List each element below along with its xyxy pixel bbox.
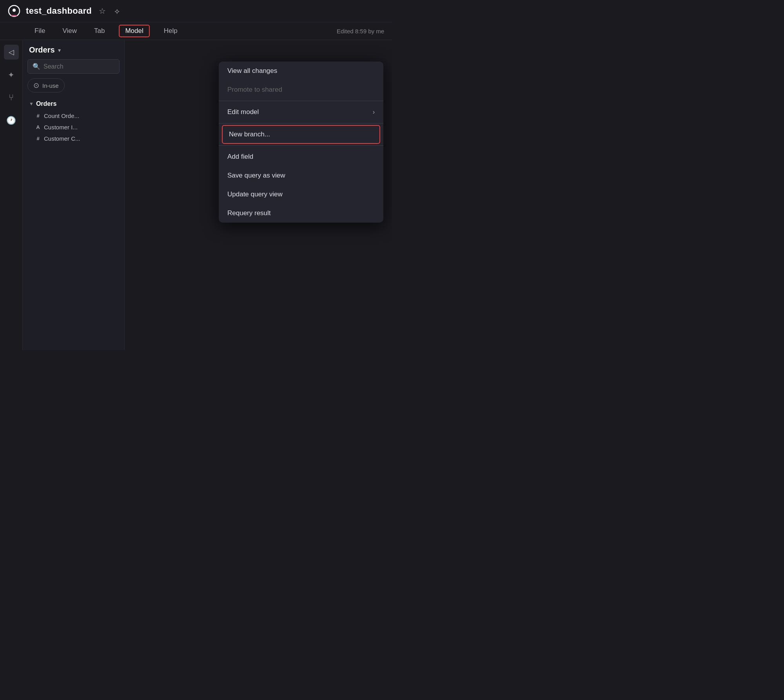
dropdown-item-promote-to-shared: Promote to shared — [219, 80, 383, 99]
dropdown-item-new-branch[interactable]: New branch... — [222, 125, 380, 144]
search-input[interactable] — [44, 63, 114, 70]
panel-title-chevron-icon[interactable]: ▾ — [58, 47, 61, 53]
toggle-icon: ⊙ — [33, 81, 39, 90]
dropdown-item-label: Update query view — [227, 190, 283, 198]
tree-item-label: Customer I... — [44, 124, 78, 131]
menu-model[interactable]: Model — [119, 25, 149, 37]
hash-icon: # — [35, 113, 41, 119]
svg-point-2 — [13, 9, 16, 12]
inuse-filter-button[interactable]: ⊙ In-use — [27, 78, 65, 92]
sparkle-icon: ✦ — [8, 70, 15, 80]
search-icon: 🔍 — [33, 63, 40, 70]
dropdown-item-label: Add field — [227, 153, 253, 161]
panel-header: Orders ▾ — [27, 45, 120, 54]
menu-help[interactable]: Help — [161, 25, 181, 36]
menu-bar: File View Tab Model Help Edited 8:59 by … — [0, 22, 392, 40]
dropdown-item-label: Edit model — [227, 108, 259, 116]
main-layout: ◁ ✦ ⑂ 🕐 Orders ▾ 🔍 ⊙ In-use ▼ Orders — [0, 40, 392, 350]
dropdown-item-label: View all changes — [227, 67, 277, 75]
star-button[interactable]: ☆ — [97, 5, 107, 17]
tree-items: # Count Orde... A Customer I... # Custom… — [27, 111, 120, 143]
menu-tab[interactable]: Tab — [91, 25, 108, 36]
git-button[interactable]: ⑂ — [4, 90, 19, 105]
inuse-label: In-use — [42, 82, 59, 89]
dropdown-item-label: Requery result — [227, 209, 271, 217]
icon-sidebar: ◁ ✦ ⑂ 🕐 — [0, 40, 23, 350]
menu-file[interactable]: File — [31, 25, 48, 36]
dropdown-item-view-all-changes[interactable]: View all changes — [219, 62, 383, 80]
dropdown-divider-1 — [219, 101, 383, 101]
model-dropdown-menu: View all changes Promote to shared Edit … — [219, 62, 383, 223]
tree-item[interactable]: # Customer C... — [34, 134, 120, 143]
dropdown-item-update-query-view[interactable]: Update query view — [219, 185, 383, 204]
top-bar: test_dashboard ☆ ⟡ — [0, 0, 392, 22]
sparkle-button[interactable]: ✦ — [4, 67, 19, 82]
panel-title: Orders — [29, 45, 55, 54]
dropdown-item-add-field[interactable]: Add field — [219, 147, 383, 166]
tag-button[interactable]: ⟡ — [113, 5, 121, 17]
edited-label: Edited 8:59 by me — [337, 28, 384, 34]
tree-section: ▼ Orders # Count Orde... A Customer I...… — [27, 97, 120, 145]
menu-view[interactable]: View — [59, 25, 80, 36]
dropdown-overlay: View all changes Promote to shared Edit … — [125, 40, 392, 350]
dropdown-item-label: Promote to shared — [227, 86, 282, 94]
tree-item-label: Count Orde... — [44, 112, 79, 119]
tree-item[interactable]: # Count Orde... — [34, 111, 120, 120]
search-box: 🔍 — [27, 59, 120, 74]
hash-icon-2: # — [35, 136, 41, 141]
dropdown-item-edit-model[interactable]: Edit model › — [219, 103, 383, 122]
dropdown-item-label: New branch... — [229, 131, 270, 138]
git-icon: ⑂ — [9, 92, 14, 103]
tree-item-label: Customer C... — [44, 135, 80, 142]
tree-chevron-icon: ▼ — [29, 101, 34, 107]
content-area: View all changes Promote to shared Edit … — [125, 40, 392, 350]
dropdown-divider-2 — [219, 123, 383, 123]
looker-logo-icon — [8, 5, 20, 17]
sidebar-toggle-icon: ◁ — [9, 48, 14, 56]
chevron-right-icon: › — [373, 109, 375, 116]
history-button[interactable]: 🕐 — [4, 113, 19, 128]
dropdown-item-requery-result[interactable]: Requery result — [219, 204, 383, 223]
alpha-icon: A — [35, 124, 41, 130]
clock-icon: 🕐 — [6, 116, 16, 125]
sidebar-toggle-button[interactable]: ◁ — [4, 45, 19, 60]
tag-icon: ⟡ — [114, 7, 120, 16]
star-icon: ☆ — [99, 6, 106, 16]
dropdown-item-save-query-as-view[interactable]: Save query as view — [219, 166, 383, 185]
tree-section-title: Orders — [36, 100, 56, 107]
tree-section-header[interactable]: ▼ Orders — [27, 99, 120, 109]
left-panel: Orders ▾ 🔍 ⊙ In-use ▼ Orders # Count Ord… — [23, 40, 125, 350]
app-title: test_dashboard — [26, 6, 92, 16]
dropdown-divider-3 — [219, 145, 383, 146]
tree-item[interactable]: A Customer I... — [34, 123, 120, 132]
dropdown-item-label: Save query as view — [227, 172, 285, 180]
